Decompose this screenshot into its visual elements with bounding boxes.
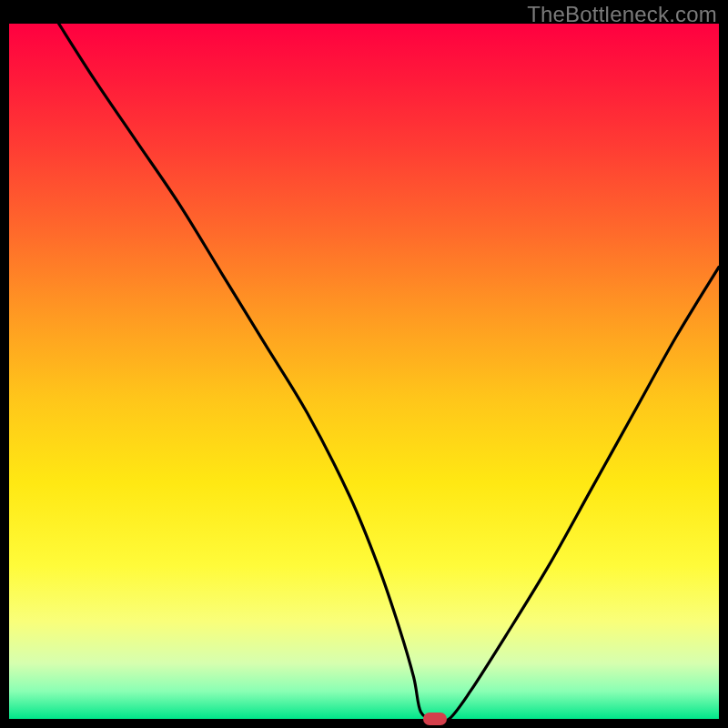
bottleneck-curve-path — [59, 24, 719, 719]
curve-svg — [9, 24, 719, 719]
minimum-marker — [423, 713, 447, 725]
bottleneck-chart: TheBottleneck.com — [0, 0, 728, 728]
plot-area — [9, 24, 719, 719]
